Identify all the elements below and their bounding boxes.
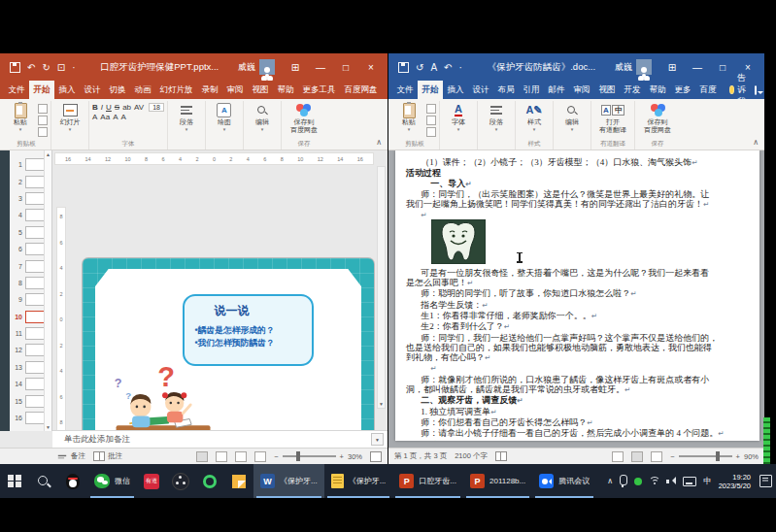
styles-button[interactable]: A✎ 样式 ▾ [519,102,550,131]
minimize-button[interactable]: — [685,62,710,73]
slideshow-view-button[interactable] [254,451,266,462]
ppt1-taskbar-button[interactable]: P 口腔牙齿... [392,464,463,498]
copy-icon[interactable] [38,116,48,125]
save-icon[interactable] [398,62,409,73]
proofing-icon[interactable] [495,451,507,461]
ppt-user-chip[interactable]: 威巍 [238,59,275,75]
font-color-button[interactable]: A [92,113,97,121]
underline-button[interactable]: U [106,103,112,112]
tooth-image[interactable] [431,219,486,266]
zoom-slider[interactable] [679,455,732,457]
maximize-button[interactable]: □ [333,62,358,73]
notes-placeholder[interactable]: 单击此处添加备注 [64,434,130,446]
fit-to-window-button[interactable] [370,451,382,462]
ppt-tab-7[interactable]: 幻灯片放 [155,81,197,99]
ime-indicator[interactable]: 中 [703,476,712,487]
comments-toggle[interactable]: 批注 [93,451,122,461]
notes-pane[interactable]: 单击此处添加备注 ▼ [52,430,388,448]
word-tab-6[interactable]: 引用 [519,81,544,99]
normal-view-button[interactable] [196,451,208,462]
editing-button[interactable]: 编辑 ▾ [557,102,588,131]
ppt-tab-13[interactable]: 百度网盘 [340,81,382,99]
ribbon-display-options-icon[interactable]: ⊞ [659,62,685,73]
stickynote-button[interactable] [224,464,253,498]
ppt-tab-3[interactable]: 插入 [54,81,80,99]
undo-icon[interactable]: ↶ [27,62,35,73]
italic-button[interactable]: I [101,103,103,112]
ppt-tab-8[interactable]: 录制 [197,81,222,99]
notes-toggle[interactable]: 备注 [56,451,85,461]
touch-keyboard-icon[interactable] [683,477,696,486]
paste-button[interactable]: 粘贴 ▾ [393,102,424,131]
scroll-down-icon[interactable]: ▼ [379,401,384,407]
change-case-button[interactable]: AV [134,103,144,112]
comments-bubble-icon[interactable] [755,85,758,95]
slideshow-icon[interactable]: ⊡ [57,62,65,73]
zoom-slider-thumb[interactable] [716,451,720,461]
word-tab-4[interactable]: 设计 [468,81,493,99]
scroll-up-icon[interactable]: ▲ [46,151,51,157]
reading-view-button[interactable] [235,451,247,462]
text-effects-button[interactable]: Aa [100,113,110,121]
thumbnail-scrollbar[interactable]: ▲ ▼ [44,150,51,431]
ppt-tab-6[interactable]: 动画 [130,81,155,99]
wifi-icon[interactable] [649,477,659,485]
zoom-in-button[interactable]: + [736,452,740,461]
avatar[interactable] [636,59,652,75]
ppt-tab-10[interactable]: 视图 [248,81,273,99]
movies-button[interactable] [166,464,195,498]
ppt-tab-12[interactable]: 更多工具 [298,81,340,99]
word-tab-12[interactable]: 更多 [670,81,695,99]
zoom-out-button[interactable]: − [670,452,674,461]
collapse-ribbon-icon[interactable]: ∧ [376,138,382,147]
zoom-slider[interactable] [283,455,336,457]
paragraph-button[interactable]: 段落 ▾ [171,102,202,131]
spelling-icon[interactable]: A [430,62,437,73]
word-count[interactable]: 2100 个字 [455,451,488,461]
slide-canvas[interactable]: 说一说 •龋齿是怎样形成的？ •我们怎样预防龋齿？ ? ? ? [83,258,374,448]
scroll-down-icon[interactable]: ▼ [46,424,51,430]
font-size-box[interactable]: 18 [149,103,164,112]
cut-icon[interactable] [426,104,436,114]
word-taskbar-button[interactable]: W 《保护牙... [253,464,324,498]
word-tab-2[interactable]: 开始 [418,81,443,99]
web-layout-button[interactable] [651,451,662,462]
draw-button[interactable]: A 绘图 ▾ [209,102,240,131]
minimize-button[interactable]: — [308,62,333,73]
tencent-meeting-taskbar-button[interactable]: 腾讯会议 [532,464,596,498]
shrink-font-button[interactable]: A [120,113,125,121]
taskbar-clock[interactable]: 19:20 2023/5/20 [719,473,751,490]
word-tab-13[interactable]: 百度 [695,81,721,99]
qq-button[interactable] [58,464,87,498]
save-to-baidu-button[interactable]: 保存到 百度网盘 [638,102,677,133]
document-page[interactable]: （1）课件；（2）小镜子；（3）牙齿模型；（4）口水狼、淘气猴头饰↵活动过程一、… [395,150,759,441]
bold-button[interactable]: B [92,103,98,112]
editing-button[interactable]: 编辑 ▾ [247,102,278,131]
taskbar-search-button[interactable] [29,464,58,498]
avatar[interactable] [259,59,275,75]
page-indicator[interactable]: 第 1 页，共 3 页 [394,451,447,461]
ppt-tab-4[interactable]: 设计 [80,81,105,99]
font-button[interactable]: A 字体 ▾ [443,102,474,131]
more-dot-icon[interactable]: · [72,62,75,73]
notes-dropdown-icon[interactable]: ▼ [371,433,384,446]
word-tab-9[interactable]: 视图 [594,81,620,99]
ribbon-display-options-icon[interactable]: ⊞ [283,62,308,73]
slide-scrollbar[interactable]: ▼ [377,166,386,409]
youdao-translate-button[interactable]: A中 打开 有道翻译 [594,102,631,133]
ppt2-taskbar-button[interactable]: P 201128b... [463,464,532,498]
green-ring-app-button[interactable] [195,464,224,498]
wechat-button[interactable]: 微信 [87,464,137,498]
maximize-button[interactable]: □ [710,62,735,73]
ppt-tab-1[interactable]: 文件 [4,81,29,99]
word-tab-1[interactable]: 文件 [392,81,418,99]
character-spacing-button[interactable]: ab [122,103,131,112]
format-painter-icon[interactable] [38,127,48,137]
word-tab-5[interactable]: 布局 [493,81,519,99]
new-slide-button[interactable]: 幻灯片 ▾ [54,102,85,131]
print-layout-button[interactable] [631,451,643,462]
close-button[interactable]: × [358,62,384,73]
ppt-tab-9[interactable]: 审阅 [222,81,248,99]
collapse-ribbon-icon[interactable]: ∧ [753,138,759,147]
read-mode-button[interactable] [612,451,624,462]
